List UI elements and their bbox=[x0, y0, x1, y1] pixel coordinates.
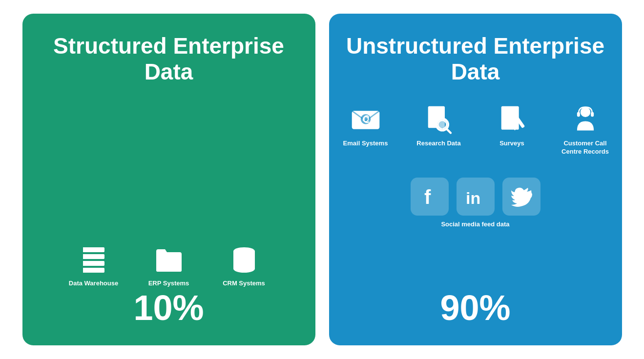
email-label: Email Systems bbox=[343, 140, 388, 148]
svg-rect-39 bbox=[503, 117, 512, 119]
research-data-icon bbox=[423, 104, 455, 136]
surveys-label: Surveys bbox=[499, 140, 524, 148]
top-icons-row: Email Systems bbox=[339, 104, 612, 156]
svg-rect-13 bbox=[83, 268, 85, 273]
unstructured-card: Unstructured Enterprise Data bbox=[329, 14, 622, 345]
svg-text:f: f bbox=[424, 186, 431, 208]
crm-label: CRM Systems bbox=[223, 279, 265, 288]
main-container: Structured Enterprise Data bbox=[0, 0, 644, 359]
svg-rect-0 bbox=[83, 247, 104, 252]
svg-rect-32 bbox=[430, 120, 437, 120]
svg-rect-1 bbox=[83, 247, 85, 252]
icon-item-customer-call: Customer Call Centre Records bbox=[559, 104, 612, 156]
structured-percentage: 10% bbox=[133, 288, 204, 328]
svg-point-42 bbox=[580, 107, 590, 117]
svg-rect-12 bbox=[83, 268, 104, 273]
social-icons-row: f in bbox=[411, 178, 540, 216]
svg-rect-29 bbox=[430, 112, 440, 113]
icon-item-surveys: Surveys bbox=[485, 104, 539, 148]
svg-rect-28 bbox=[430, 109, 438, 110]
icon-item-data-warehouse: Data Warehouse bbox=[67, 244, 121, 288]
icon-item-research: Research Data bbox=[412, 104, 466, 148]
structured-title: Structured Enterprise Data bbox=[37, 33, 301, 85]
customer-call-icon bbox=[570, 104, 601, 136]
svg-rect-30 bbox=[430, 115, 439, 116]
svg-rect-6 bbox=[87, 256, 89, 258]
svg-rect-14 bbox=[87, 269, 89, 271]
unstructured-title: Unstructured Enterprise Data bbox=[344, 33, 607, 85]
svg-rect-43 bbox=[577, 112, 580, 116]
research-label: Research Data bbox=[416, 140, 460, 148]
svg-rect-11 bbox=[90, 262, 92, 264]
facebook-icon: f bbox=[411, 178, 449, 216]
surveys-icon bbox=[497, 104, 528, 136]
structured-card: Structured Enterprise Data bbox=[22, 14, 315, 345]
svg-rect-15 bbox=[90, 269, 92, 271]
erp-icon bbox=[153, 244, 185, 276]
svg-rect-31 bbox=[430, 117, 440, 118]
customer-call-label: Customer Call Centre Records bbox=[559, 140, 612, 156]
svg-point-23 bbox=[233, 265, 255, 273]
svg-rect-38 bbox=[503, 114, 514, 115]
svg-rect-10 bbox=[87, 262, 89, 264]
crm-icon bbox=[229, 244, 260, 276]
svg-rect-44 bbox=[591, 112, 594, 116]
svg-rect-8 bbox=[83, 261, 104, 266]
data-warehouse-label: Data Warehouse bbox=[69, 279, 118, 288]
social-section: f in bbox=[411, 173, 540, 228]
svg-rect-9 bbox=[83, 261, 85, 266]
email-systems-icon bbox=[350, 104, 381, 136]
erp-label: ERP Systems bbox=[148, 279, 189, 288]
svg-rect-2 bbox=[87, 249, 89, 251]
unstructured-percentage: 90% bbox=[440, 288, 510, 328]
icon-item-crm: CRM Systems bbox=[217, 244, 271, 288]
svg-rect-3 bbox=[90, 249, 92, 251]
svg-rect-16 bbox=[156, 255, 182, 272]
unstructured-icons-area: Email Systems bbox=[344, 104, 607, 288]
svg-text:in: in bbox=[466, 189, 480, 207]
svg-rect-7 bbox=[90, 256, 92, 258]
svg-rect-4 bbox=[83, 254, 104, 259]
svg-rect-37 bbox=[503, 110, 513, 112]
data-warehouse-icon bbox=[78, 244, 109, 276]
icon-item-email: Email Systems bbox=[339, 104, 393, 148]
linkedin-icon: in bbox=[457, 178, 495, 216]
svg-line-35 bbox=[446, 129, 451, 133]
icon-item-erp: ERP Systems bbox=[142, 244, 196, 288]
social-label: Social media feed data bbox=[441, 220, 509, 228]
svg-rect-40 bbox=[503, 120, 514, 122]
svg-rect-5 bbox=[83, 254, 85, 259]
twitter-icon bbox=[502, 178, 540, 216]
structured-icons-area: Data Warehouse ERP Systems bbox=[67, 109, 271, 288]
